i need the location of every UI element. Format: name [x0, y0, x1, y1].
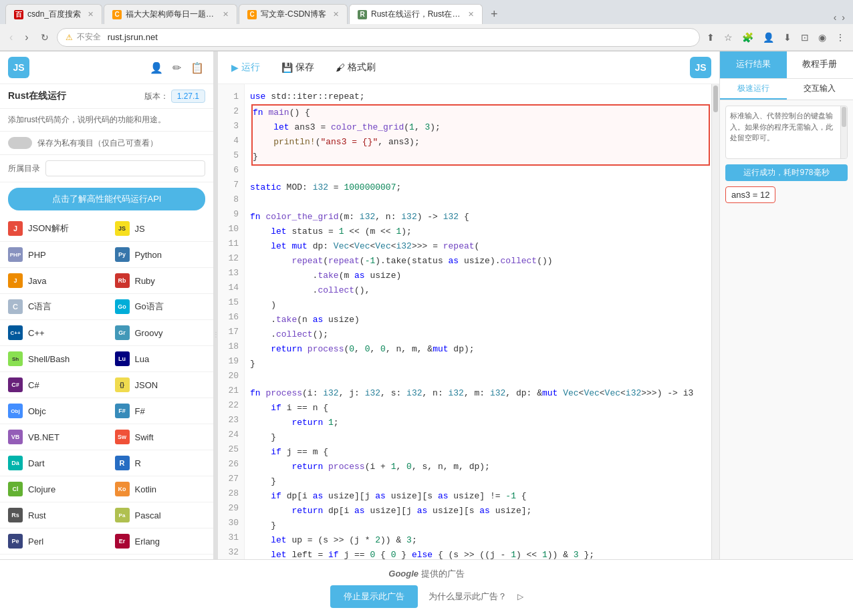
tab-close-icon[interactable]: ✕: [468, 10, 474, 19]
reload-button[interactable]: ↻: [37, 31, 53, 44]
line-num-11: 11: [218, 237, 244, 251]
code-line-30: }: [250, 518, 711, 533]
profile-button[interactable]: 👤: [760, 31, 777, 44]
lang-item-clojure[interactable]: Cl Clojure: [0, 476, 107, 502]
run-mode-fast[interactable]: 极速运行: [720, 79, 787, 100]
run-button[interactable]: ▶ 运行: [226, 59, 265, 76]
code-line-14: .collect(),: [250, 283, 711, 298]
lang-item-objc[interactable]: Obj Objc: [0, 398, 107, 424]
kotlin-logo: Ko: [115, 482, 130, 496]
lang-item-python[interactable]: Py Python: [107, 242, 214, 268]
why-ad-button[interactable]: 为什么显示此广告？: [429, 591, 507, 603]
lang-name: Ruby: [135, 276, 155, 286]
private-toggle[interactable]: [8, 137, 32, 149]
right-panel: 运行结果 教程手册 极速运行 交互输入 标准输入、代替控制台的键盘输入。如果你的…: [719, 51, 853, 616]
lang-name: Go语言: [135, 301, 164, 313]
line-num-27: 27: [218, 472, 244, 486]
code-line-28: if dp[i as usize][j as usize][s as usize…: [250, 489, 711, 504]
code-editor[interactable]: use std::iter::repeat; fn main() { let a…: [245, 84, 711, 616]
edit-icon-btn[interactable]: ✏: [171, 60, 182, 75]
lang-name: Objc: [28, 406, 46, 416]
forward-button[interactable]: ›: [21, 30, 32, 45]
lang-item-c[interactable]: C C语言: [0, 294, 107, 320]
lang-item-pascal[interactable]: Pa Pascal: [107, 502, 214, 528]
lang-item-lua[interactable]: Lu Lua: [107, 346, 214, 372]
lang-item-csharp[interactable]: C# C#: [0, 372, 107, 398]
lang-item-go[interactable]: Go Go语言: [107, 294, 214, 320]
code-toolbar: ▶ 运行 💾 保存 🖌 格式刷 JS: [218, 51, 719, 84]
csdn-icon: 百: [14, 10, 23, 19]
new-tab-button[interactable]: +: [484, 4, 505, 24]
tab-nav-right[interactable]: ›: [839, 11, 848, 24]
share-button[interactable]: ⬆: [704, 31, 717, 44]
code-line-31: let up = (s >> (j * 2)) & 3;: [250, 533, 711, 548]
line-num-17: 17: [218, 325, 244, 339]
tab-rust-online[interactable]: R Rust在线运行，Rust在线编程 ✕: [349, 4, 483, 24]
lang-item-rust[interactable]: Rs Rust: [0, 502, 107, 528]
fast-run-label: 极速运行: [737, 84, 769, 93]
menu-button[interactable]: ⋮: [833, 31, 848, 44]
lua-logo: Lu: [115, 351, 130, 366]
pascal-logo: Pa: [115, 508, 130, 522]
tab-close-icon[interactable]: ✕: [88, 10, 94, 19]
lang-item-groovy[interactable]: Gr Groovy: [107, 320, 214, 346]
dir-input[interactable]: [45, 160, 205, 176]
sidebar-toggle-area: 保存为私有项目（仅自己可查看）: [0, 132, 213, 155]
tab-csdn-write[interactable]: C 写文章-CSDN博客 ✕: [239, 4, 348, 24]
sidebar-title: Rust在线运行: [8, 90, 66, 102]
bookmark-button[interactable]: ☆: [721, 31, 735, 44]
lang-item-json[interactable]: J JSON解析: [0, 216, 107, 242]
stop-ad-button[interactable]: 停止显示此广告: [330, 585, 418, 608]
run-mode-interactive[interactable]: 交互输入: [787, 79, 854, 100]
lang-item-erlang[interactable]: Er Erlang: [107, 528, 214, 555]
tab-csdn-blog1[interactable]: C 福大大架构师每日一题的博客_C... ✕: [104, 4, 237, 24]
tab-run-result[interactable]: 运行结果: [720, 51, 787, 78]
lang-item-cpp[interactable]: C++ C++: [0, 320, 107, 346]
lang-item-php[interactable]: PHP PHP: [0, 242, 107, 268]
vertical-scrollbar[interactable]: [711, 84, 719, 616]
lang-item-swift[interactable]: Sw Swift: [107, 424, 214, 450]
address-input[interactable]: ⚠ 不安全 rust.jsrun.net: [57, 28, 700, 47]
user-button[interactable]: ◉: [816, 31, 829, 44]
right-panel-tabs: 运行结果 教程手册: [720, 51, 853, 79]
lang-item-ruby[interactable]: Rb Ruby: [107, 268, 214, 294]
lang-item-kotlin[interactable]: Ko Kotlin: [107, 476, 214, 502]
line-num-30: 30: [218, 516, 244, 530]
api-button[interactable]: 点击了解高性能代码运行API: [8, 188, 205, 210]
tab-nav-left[interactable]: ‹: [831, 11, 840, 24]
code-line-10: let status = 1 << (m << 1);: [250, 224, 711, 239]
json-logo: J: [8, 221, 23, 236]
tab-close-icon[interactable]: ✕: [333, 10, 339, 19]
rust-icon: R: [358, 10, 367, 19]
format-button[interactable]: 🖌 格式刷: [330, 59, 381, 76]
tab-tutorial[interactable]: 教程手册: [787, 51, 854, 78]
window-button[interactable]: ⊡: [798, 31, 812, 44]
back-button[interactable]: ‹: [5, 30, 17, 45]
lang-name: Groovy: [135, 328, 163, 338]
lang-item-dart[interactable]: Da Dart: [0, 450, 107, 476]
line-num-10: 10: [218, 222, 244, 237]
ad-description: 提供的广告: [421, 569, 465, 579]
tab-label: 福大大架构师每日一题的博客_C...: [126, 9, 216, 20]
lang-item-js[interactable]: JS JS: [107, 216, 214, 242]
user-icon-btn[interactable]: 👤: [148, 60, 164, 75]
tab-csdn-search[interactable]: 百 csdn_百度搜索 ✕: [5, 4, 102, 24]
lang-item-perl[interactable]: Pe Perl: [0, 528, 107, 555]
dir-label: 所属目录: [8, 163, 40, 174]
save-button[interactable]: 💾 保存: [276, 59, 320, 76]
lang-item-vbnet[interactable]: VB VB.NET: [0, 424, 107, 450]
lang-item-java[interactable]: J Java: [0, 268, 107, 294]
hint-scrollbar[interactable]: [840, 106, 847, 158]
extension-button[interactable]: 🧩: [739, 31, 756, 44]
lang-item-json2[interactable]: {} JSON: [107, 372, 214, 398]
line-num-23: 23: [218, 413, 244, 428]
lang-item-r[interactable]: R R: [107, 450, 214, 476]
lang-item-shell[interactable]: Sh Shell/Bash: [0, 346, 107, 372]
save-icon: 💾: [281, 62, 293, 73]
lang-name: JSON: [135, 380, 158, 390]
download-button[interactable]: ⬇: [781, 31, 794, 44]
tab-close-icon[interactable]: ✕: [223, 10, 229, 19]
share-icon-btn[interactable]: 📋: [189, 60, 205, 75]
logo-icon: JS: [8, 57, 29, 78]
lang-item-fsharp[interactable]: F# F#: [107, 398, 214, 424]
